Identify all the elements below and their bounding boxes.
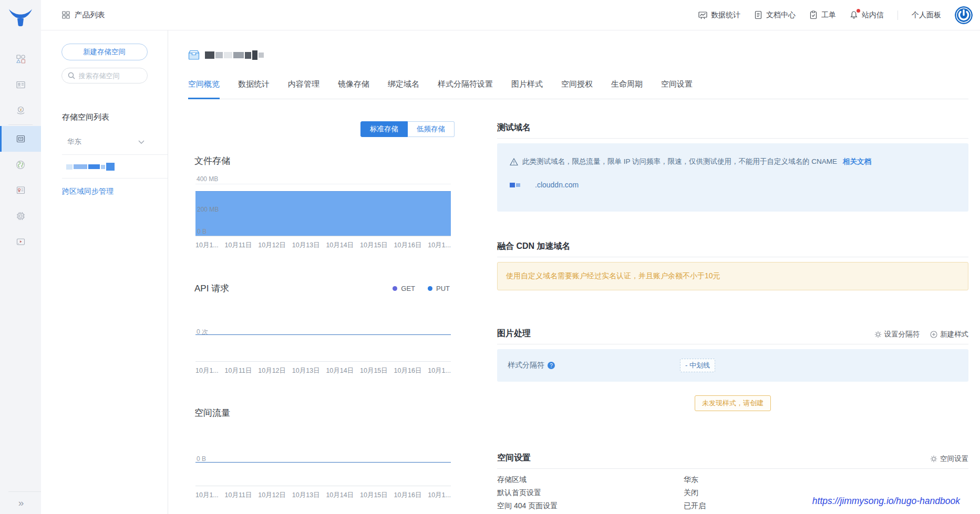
api-requests-chart-head: API 请求 GET PUT <box>194 282 450 295</box>
space-settings-rows: 存储区域 华东 默认首页设置 关闭 空间 404 页面设置 已开启 <box>497 474 968 514</box>
redacted-block <box>88 164 100 169</box>
bucket-search[interactable] <box>61 68 148 83</box>
panel-divider <box>62 178 168 179</box>
nav-docs[interactable]: 文档中心 <box>754 11 796 20</box>
redacted-block <box>74 164 87 169</box>
sidebar-item-ssl[interactable] <box>0 177 41 203</box>
ticket-clipboard-icon <box>809 11 818 19</box>
sidebar-item-compute[interactable] <box>0 203 41 229</box>
nav-data-stats-label: 数据统计 <box>711 11 740 20</box>
storage-area-fill <box>195 191 451 236</box>
billing-icon <box>16 106 25 115</box>
api-requests-legend: GET PUT <box>393 285 450 292</box>
bucket-icon <box>188 50 200 60</box>
api-requests-line-chart: 0 次 <box>195 303 451 362</box>
tab-content-management[interactable]: 内容管理 <box>288 79 319 99</box>
sidebar-divider <box>8 124 33 125</box>
tab-space-settings[interactable]: 空间设置 <box>661 79 693 99</box>
tab-bind-domain[interactable]: 绑定域名 <box>388 79 419 99</box>
setting-value: 已开启 <box>684 501 706 511</box>
api-requests-x-axis: 10月1...10月11日10月12日10月13日10月14日10月15日10月… <box>195 366 451 375</box>
tab-mirror-storage[interactable]: 镜像存储 <box>338 79 369 99</box>
bucket-list-item-redacted[interactable] <box>41 155 168 178</box>
tab-style-separator[interactable]: 样式分隔符设置 <box>438 79 493 99</box>
tab-space-auth[interactable]: 空间授权 <box>561 79 593 99</box>
tab-image-style[interactable]: 图片样式 <box>511 79 543 99</box>
redacted-block <box>510 183 515 187</box>
sidebar-item-products[interactable] <box>0 46 41 72</box>
bucket-list-panel: 新建存储空间 存储空间列表 华东 <box>41 30 168 514</box>
setting-row-region: 存储区域 华东 <box>497 474 968 487</box>
space-settings-section-head: 空间设置 空间设置 <box>497 453 968 469</box>
nav-personal-panel[interactable]: 个人面板 <box>912 11 941 20</box>
product-list-label: 产品列表 <box>75 10 105 20</box>
cdn-warning-text: 使用自定义域名需要账户经过实名认证，并且账户余额不小于10元 <box>506 271 720 281</box>
user-avatar[interactable] <box>955 6 973 24</box>
icon-sidebar: » <box>0 0 41 514</box>
nav-data-stats[interactable]: 数据统计 <box>698 11 740 20</box>
test-domain-notice-text: 此类测试域名，限总流量，限单 IP 访问频率，限速，仅供测试使用，不能用于自定义… <box>522 157 837 166</box>
tab-lifecycle[interactable]: 生命周期 <box>611 79 643 99</box>
styles-empty-row: 未发现样式，请创建 <box>497 395 968 411</box>
nav-messages-label: 站内信 <box>862 11 884 20</box>
gear-icon <box>930 455 937 463</box>
search-icon <box>68 72 75 79</box>
plus-circle-icon <box>930 331 937 338</box>
sidebar-item-media[interactable] <box>0 229 41 255</box>
document-icon <box>754 11 762 19</box>
charts-column: 标准存储 低频存储 文件存储 400 MB 200 MB 0 B 10月1...… <box>188 99 461 514</box>
region-select[interactable]: 华东 <box>67 137 145 146</box>
sidebar-item-storage[interactable] <box>0 126 41 152</box>
nav-tickets[interactable]: 工单 <box>809 11 836 20</box>
new-bucket-button[interactable]: 新建存储空间 <box>61 44 148 60</box>
new-style-action[interactable]: 新建样式 <box>930 330 968 339</box>
nav-messages[interactable]: 站内信 <box>850 11 884 20</box>
unread-badge <box>857 9 860 13</box>
watermark-url: https://jimmysong.io/hugo-handbook <box>812 496 960 507</box>
create-style-button[interactable]: 未发现样式，请创建 <box>695 395 771 411</box>
sidebar-item-cdn[interactable] <box>0 152 41 177</box>
space-settings-actions: 空间设置 <box>930 454 968 464</box>
products-grid-icon <box>62 11 70 19</box>
help-icon[interactable]: ? <box>548 362 555 369</box>
standard-storage-toggle[interactable]: 标准存储 <box>360 121 408 137</box>
legend-get[interactable]: GET <box>393 285 415 292</box>
products-icon <box>16 55 25 64</box>
region-select-value: 华东 <box>67 137 81 146</box>
cross-region-sync-link[interactable]: 跨区域同步管理 <box>62 187 114 196</box>
sidebar-item-billing[interactable] <box>0 98 41 123</box>
redacted-block <box>106 163 115 171</box>
content-columns: 标准存储 低频存储 文件存储 400 MB 200 MB 0 B 10月1...… <box>188 99 980 514</box>
tab-space-overview[interactable]: 空间概览 <box>188 79 220 99</box>
ytick-400mb: 400 MB <box>197 175 461 183</box>
api-x-axis-line <box>195 361 451 362</box>
stats-board-icon <box>698 11 707 19</box>
test-domain-link[interactable]: .clouddn.com <box>510 181 956 189</box>
space-settings-action[interactable]: 空间设置 <box>930 454 968 464</box>
sidebar-icon-nav <box>0 46 41 255</box>
sidebar-expand-toggle[interactable]: » <box>0 492 41 514</box>
sidebar-item-account[interactable] <box>0 72 41 98</box>
certificate-icon <box>16 186 25 195</box>
redacted-block <box>66 164 73 170</box>
file-storage-chart-title: 文件存储 <box>194 155 461 167</box>
cdn-section-title: 融合 CDN 加速域名 <box>497 241 571 252</box>
set-separator-action[interactable]: 设置分隔符 <box>874 330 920 339</box>
legend-put[interactable]: PUT <box>428 285 450 292</box>
bucket-search-input[interactable] <box>79 72 137 80</box>
style-separator-card: 样式分隔符 ? - 中划线 <box>497 349 968 382</box>
tab-data-stats[interactable]: 数据统计 <box>238 79 270 99</box>
bucket-tabs: 空间概览 数据统计 内容管理 镜像存储 绑定域名 样式分隔符设置 图片样式 空间… <box>188 79 968 99</box>
api-requests-chart-title: API 请求 <box>194 282 229 295</box>
product-list-button[interactable]: 产品列表 <box>62 10 105 20</box>
bucket-header <box>188 50 980 60</box>
api-zero-line <box>195 334 451 335</box>
space-traffic-chart-title: 空间流量 <box>194 407 461 419</box>
nav-docs-label: 文档中心 <box>766 11 796 20</box>
space-settings-title: 空间设置 <box>497 453 531 464</box>
low-frequency-storage-toggle[interactable]: 低频存储 <box>408 121 455 137</box>
space-traffic-x-axis: 10月1...10月11日10月12日10月13日10月14日10月15日10月… <box>195 491 451 500</box>
cdn-section-head: 融合 CDN 加速域名 <box>497 241 968 257</box>
qiniu-logo-icon[interactable] <box>8 6 33 30</box>
related-docs-link[interactable]: 相关文档 <box>843 157 871 166</box>
